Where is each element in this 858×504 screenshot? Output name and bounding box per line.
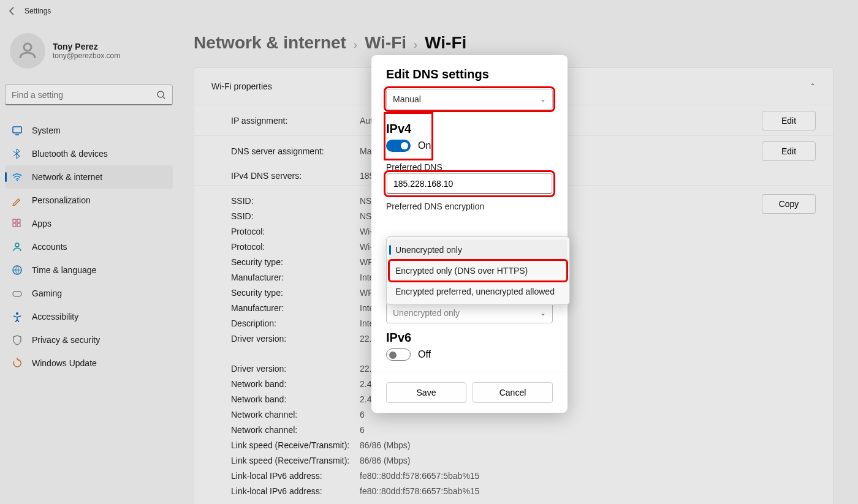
sidebar-item-accounts[interactable]: Accounts <box>5 235 173 258</box>
property-label: Link speed (Receive/Transmit): <box>231 456 360 465</box>
sidebar-item-time-language[interactable]: Time & language <box>5 258 173 282</box>
ipv6-heading: IPv6 <box>386 331 553 345</box>
alternate-dns-encryption-dropdown[interactable]: Unencrypted only ⌄ <box>386 303 553 323</box>
sidebar-item-gaming[interactable]: Gaming <box>5 282 173 305</box>
back-button[interactable] <box>5 4 20 18</box>
dns-mode-value: Manual <box>393 94 421 104</box>
encryption-option-unencrypted[interactable]: Unencrypted only <box>389 239 567 260</box>
property-value: 86/86 (Mbps) <box>360 456 816 465</box>
nav-label: Time & language <box>32 265 96 275</box>
ipv4-toggle-state: On <box>418 140 431 151</box>
copy-button[interactable]: Copy <box>762 194 816 214</box>
brush-icon <box>11 194 23 206</box>
property-label: Network band: <box>231 394 360 404</box>
nav-label: Accessibility <box>32 312 78 322</box>
property-label: Protocol: <box>231 242 360 252</box>
property-label: Security type: <box>231 257 360 267</box>
shield-icon <box>11 334 23 346</box>
property-row: Network channel:6 <box>194 422 833 437</box>
ipv6-toggle[interactable] <box>386 348 411 361</box>
save-button[interactable]: Save <box>386 382 466 403</box>
sidebar-item-accessibility[interactable]: Accessibility <box>5 305 173 328</box>
edit-dns-button[interactable]: Edit <box>762 141 816 161</box>
edit-ip-button[interactable]: Edit <box>762 111 816 130</box>
chevron-right-icon: › <box>414 39 417 51</box>
preferred-dns-input[interactable] <box>387 173 552 194</box>
property-row: Link speed (Receive/Transmit):86/86 (Mbp… <box>194 437 833 453</box>
game-icon <box>11 287 23 299</box>
property-label: Link speed (Receive/Transmit): <box>231 440 360 450</box>
nav-label: Gaming <box>32 288 62 298</box>
sidebar-item-personalization[interactable]: Personalization <box>5 189 173 212</box>
property-label: Security type: <box>231 288 360 298</box>
chevron-up-icon: ⌃ <box>810 82 816 91</box>
property-label: Link-local IPv6 address: <box>231 471 360 481</box>
person-icon <box>11 241 23 253</box>
ipv4-heading: IPv4 <box>386 122 431 136</box>
sidebar-item-windows-update[interactable]: Windows Update <box>5 352 173 375</box>
property-row: Link-local IPv6 address:fe80::80dd:f578:… <box>194 468 833 483</box>
search-input[interactable] <box>12 90 156 100</box>
sidebar: Tony Perez tony@perezbox.com SystemBluet… <box>0 22 184 504</box>
edit-dns-modal: Edit DNS settings Manual ⌄ IPv4 On Prefe… <box>371 55 568 413</box>
breadcrumb-network[interactable]: Network & internet <box>194 33 346 53</box>
profile-name: Tony Perez <box>53 42 120 51</box>
breadcrumb-wifi[interactable]: Wi-Fi <box>365 33 406 53</box>
property-label: Driver version: <box>231 364 360 374</box>
property-value: 6 <box>360 425 816 435</box>
card-title: Wi-Fi properties <box>211 81 272 91</box>
svg-rect-2 <box>13 127 21 133</box>
encryption-option-doh[interactable]: Encrypted only (DNS over HTTPS) <box>389 260 567 281</box>
sidebar-item-system[interactable]: System <box>5 119 173 142</box>
svg-point-8 <box>15 243 19 247</box>
profile-block[interactable]: Tony Perez tony@perezbox.com <box>5 28 173 73</box>
app-title: Settings <box>25 7 51 15</box>
svg-rect-7 <box>17 224 20 227</box>
svg-rect-6 <box>13 224 16 227</box>
breadcrumb: Network & internet › Wi-Fi › Wi-Fi <box>194 33 833 53</box>
property-label: Manufacturer: <box>231 273 360 282</box>
nav-label: Bluetooth & devices <box>32 149 108 159</box>
nav-label: Privacy & security <box>32 335 100 345</box>
page-title: Wi-Fi <box>425 33 466 53</box>
cancel-button[interactable]: Cancel <box>473 382 553 403</box>
nav-label: Accounts <box>32 242 67 252</box>
titlebar: Settings <box>0 0 858 22</box>
person-icon <box>17 40 39 62</box>
svg-point-11 <box>16 312 18 315</box>
property-label: Network band: <box>231 379 360 389</box>
svg-rect-10 <box>13 291 21 296</box>
property-label: SSID: <box>231 196 360 206</box>
sidebar-item-apps[interactable]: Apps <box>5 212 173 235</box>
ipv6-toggle-state: Off <box>418 349 431 360</box>
encryption-options-menu: Unencrypted only Encrypted only (DNS ove… <box>386 236 570 305</box>
display-icon <box>11 124 23 137</box>
arrow-left-icon <box>7 6 17 16</box>
wifi-icon <box>11 171 23 183</box>
sidebar-item-bluetooth-devices[interactable]: Bluetooth & devices <box>5 142 173 165</box>
search-box[interactable] <box>5 85 173 105</box>
globe-icon <box>11 264 23 276</box>
modal-title: Edit DNS settings <box>386 67 553 81</box>
nav-label: Apps <box>32 219 51 228</box>
access-icon <box>11 310 23 323</box>
sidebar-item-network-internet[interactable]: Network & internet <box>5 165 173 189</box>
nav-label: System <box>32 126 61 135</box>
chevron-right-icon: › <box>354 39 357 51</box>
property-value: 86/86 (Mbps) <box>360 440 816 450</box>
nav-label: Network & internet <box>32 172 102 182</box>
property-label: Driver version: <box>231 334 360 344</box>
encryption-option-preferred[interactable]: Encrypted preferred, unencrypted allowed <box>389 281 567 302</box>
svg-point-1 <box>158 91 164 97</box>
chevron-down-icon: ⌄ <box>540 309 546 317</box>
dns-assignment-label: DNS server assignment: <box>231 146 360 156</box>
svg-point-0 <box>24 43 31 51</box>
sidebar-item-privacy-security[interactable]: Privacy & security <box>5 328 173 352</box>
property-label: Link-local IPv6 address: <box>231 486 360 496</box>
svg-rect-5 <box>17 219 20 222</box>
ipv4-toggle[interactable] <box>386 140 411 152</box>
preferred-dns-label: Preferred DNS <box>386 162 442 172</box>
nav-label: Windows Update <box>32 358 97 368</box>
property-label: Protocol: <box>231 227 360 236</box>
dns-mode-dropdown[interactable]: Manual ⌄ <box>386 89 553 110</box>
